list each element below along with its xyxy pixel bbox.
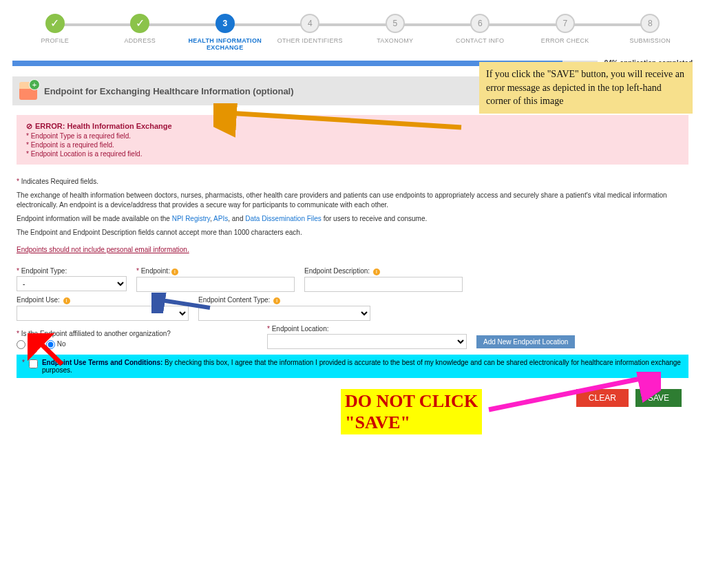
error-line: * Endpoint Type is a required field. — [26, 132, 679, 140]
step-label: OTHER IDENTIFIERS — [277, 37, 343, 44]
clear-button[interactable]: CLEAR — [576, 389, 629, 407]
step-label: ERROR CHECK — [541, 37, 589, 44]
intro-para-2: Endpoint information will be made availa… — [17, 214, 688, 224]
endpoint-type-label: * Endpoint Type: — [17, 267, 127, 275]
text-span: , and — [228, 215, 245, 222]
save-button[interactable]: SAVE — [635, 389, 682, 407]
avatar-icon — [19, 82, 37, 100]
add-endpoint-location-button[interactable]: Add New Endpoint Location — [476, 335, 575, 348]
step-label: HEALTH INFORMATION EXCHANGE — [182, 37, 268, 51]
required-note-text: Indicates Required fields. — [21, 178, 98, 185]
link-apis[interactable]: APIs — [213, 215, 228, 222]
step-submission[interactable]: 8 SUBMISSION — [608, 14, 693, 44]
affiliation-no-label[interactable]: No — [46, 340, 66, 348]
error-line: * Endpoint is a required field. — [26, 141, 679, 149]
step-label: ADDRESS — [124, 37, 156, 44]
link-data-dissemination[interactable]: Data Dissemination Files — [245, 215, 322, 222]
step-label: SUBMISSION — [629, 37, 671, 44]
step-number: 4 — [300, 14, 319, 33]
intro-para-3: The Endpoint and Endpoint Description fi… — [17, 228, 688, 238]
affiliation-question: * Is the Endpoint affiliated to another … — [17, 330, 257, 337]
page-title: Endpoint for Exchanging Healthcare Infor… — [44, 86, 294, 96]
step-number: 6 — [470, 14, 490, 33]
endpoint-content-type-select[interactable] — [198, 306, 370, 321]
link-npi-registry[interactable]: NPI Registry — [172, 215, 210, 222]
error-title: ERROR: Health Information Exchange — [26, 122, 679, 131]
step-health-info-exchange[interactable]: 3 HEALTH INFORMATION EXCHANGE — [182, 14, 268, 51]
info-icon[interactable]: i — [171, 269, 178, 275]
endpoint-location-label: * Endpoint Location: — [267, 325, 467, 333]
error-box: ERROR: Health Information Exchange * End… — [17, 115, 688, 165]
text-span: for users to receive and consume. — [322, 215, 427, 222]
terms-prefix: Endpoint Use Terms and Conditions: — [42, 359, 162, 366]
step-taxonomy[interactable]: 5 TAXONOMY — [352, 14, 438, 44]
annotation-callout-save-error: If you click the "SAVE" button, you will… — [479, 62, 693, 114]
annotation-do-not-click-save: DO NOT CLICK "SAVE" — [341, 389, 482, 434]
endpoint-use-select[interactable] — [17, 306, 189, 321]
step-profile[interactable]: ✓ PROFILE — [12, 14, 98, 44]
check-icon: ✓ — [50, 18, 59, 29]
endpoint-type-select[interactable]: - — [17, 276, 127, 291]
step-label: TAXONOMY — [377, 37, 413, 44]
step-label: CONTACT INFO — [456, 37, 504, 44]
step-number: 8 — [640, 14, 660, 33]
step-number: 5 — [386, 14, 405, 33]
endpoint-input[interactable] — [136, 277, 295, 292]
step-number: 7 — [556, 14, 575, 33]
endpoint-location-select[interactable] — [267, 334, 467, 349]
endpoint-label: * Endpoint:i — [136, 267, 295, 275]
endpoint-description-label: Endpoint Description: i — [304, 267, 463, 275]
endpoint-content-type-label: Endpoint Content Type: i — [198, 296, 370, 304]
affiliation-yes-label[interactable]: Yes — [17, 340, 39, 348]
text-span: Endpoint information will be made availa… — [17, 215, 172, 222]
step-label: PROFILE — [41, 37, 69, 44]
endpoint-use-label: Endpoint Use: i — [17, 296, 189, 304]
required-star: * — [22, 359, 25, 366]
intro-para-1: The exchange of health information betwe… — [17, 191, 688, 210]
affiliation-no-radio[interactable] — [46, 340, 55, 349]
stepper: ✓ PROFILE ✓ ADDRESS 3 HEALTH INFORMATION… — [12, 14, 693, 51]
step-address[interactable]: ✓ ADDRESS — [98, 14, 183, 44]
error-line: * Endpoint Location is a required field. — [26, 150, 679, 158]
step-contact-info[interactable]: 6 CONTACT INFO — [438, 14, 523, 44]
info-icon[interactable]: i — [373, 269, 380, 275]
step-number: 3 — [215, 14, 235, 33]
terms-checkbox[interactable] — [29, 359, 38, 368]
step-other-identifiers[interactable]: 4 OTHER IDENTIFIERS — [268, 14, 353, 44]
terms-bar: * Endpoint Use Terms and Conditions: By … — [17, 355, 688, 378]
step-error-check[interactable]: 7 ERROR CHECK — [523, 14, 608, 44]
endpoint-description-input[interactable] — [304, 277, 463, 292]
info-icon[interactable]: i — [273, 297, 280, 304]
warning-link[interactable]: Endpoints should not include personal em… — [17, 246, 189, 253]
info-icon[interactable]: i — [63, 297, 70, 304]
affiliation-yes-radio[interactable] — [17, 340, 25, 349]
required-note: * Indicates Required fields. — [17, 177, 688, 187]
check-icon: ✓ — [136, 18, 145, 29]
